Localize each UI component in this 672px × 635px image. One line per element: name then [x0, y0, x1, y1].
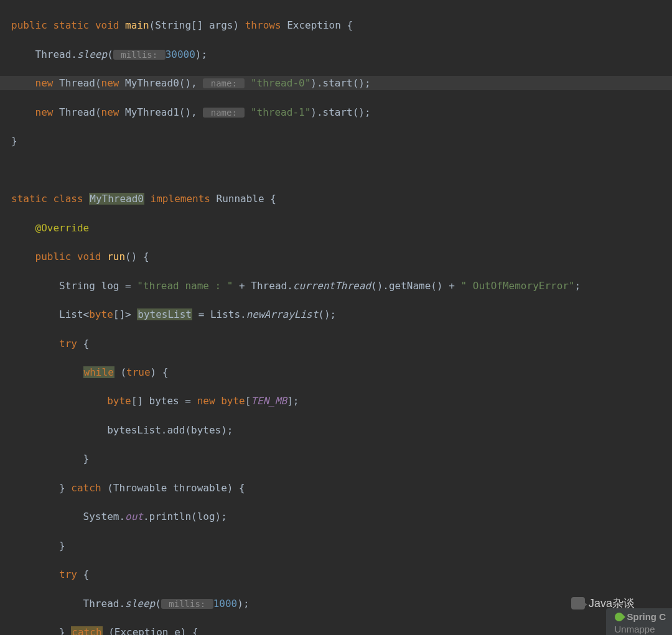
code-line-highlighted[interactable]: new Thread(new MyThread0(), name: "threa…: [0, 76, 672, 90]
inlay-hint: millis:: [113, 50, 166, 60]
code-line[interactable]: while (true) {: [0, 365, 672, 379]
code-editor[interactable]: public static void main(String[] args) t…: [0, 0, 672, 635]
inlay-hint: millis:: [161, 599, 213, 609]
code-line[interactable]: [0, 163, 672, 177]
code-line[interactable]: System.out.println(log);: [0, 509, 672, 524]
code-line[interactable]: @Override: [0, 221, 672, 235]
code-line[interactable]: } catch (Exception e) {: [0, 625, 672, 635]
status-panel[interactable]: Spring C Unmappe: [606, 608, 673, 635]
code-line[interactable]: try {: [0, 567, 672, 582]
code-line[interactable]: }: [0, 539, 672, 553]
inlay-hint: name:: [203, 78, 245, 88]
code-line[interactable]: public void run() {: [0, 249, 672, 264]
code-line[interactable]: List<byte[]> bytesList = Lists.newArrayL…: [0, 307, 672, 322]
code-line[interactable]: static class MyThread0 implements Runnab…: [0, 192, 672, 206]
code-line[interactable]: Thread.sleep( millis: 30000);: [0, 47, 672, 62]
code-line[interactable]: bytesList.add(bytes);: [0, 423, 672, 437]
inlay-hint: name:: [203, 108, 245, 118]
status-line-2: Unmappe: [615, 623, 666, 636]
wechat-icon: [571, 597, 585, 610]
code-line[interactable]: public static void main(String[] args) t…: [0, 18, 672, 32]
code-line[interactable]: byte[] bytes = new byte[TEN_MB];: [0, 394, 672, 408]
code-line[interactable]: } catch (Throwable throwable) {: [0, 481, 672, 495]
spring-icon: [613, 611, 625, 623]
code-line[interactable]: }: [0, 452, 672, 466]
status-line-1: Spring C: [627, 611, 666, 623]
code-line[interactable]: }: [0, 134, 672, 148]
code-line[interactable]: new Thread(new MyThread1(), name: "threa…: [0, 105, 672, 119]
code-line[interactable]: String log = "thread name : " + Thread.c…: [0, 279, 672, 293]
code-line[interactable]: try {: [0, 336, 672, 351]
